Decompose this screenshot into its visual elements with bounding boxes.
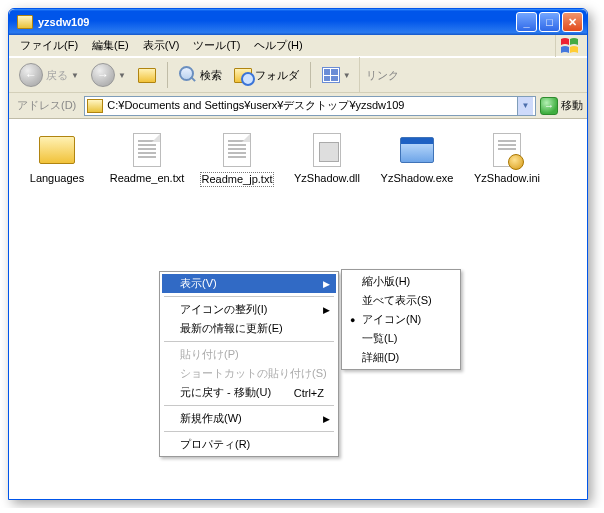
separator — [310, 62, 311, 88]
menubar: ファイル(F) 編集(E) 表示(V) ツール(T) ヘルプ(H) — [9, 35, 587, 57]
menu-help[interactable]: ヘルプ(H) — [247, 35, 309, 56]
menu-file[interactable]: ファイル(F) — [13, 35, 85, 56]
links-pane[interactable]: リンク — [359, 57, 405, 93]
menu-edit[interactable]: 編集(E) — [85, 35, 136, 56]
view-icons[interactable]: ● アイコン(N) — [344, 310, 458, 329]
ctx-new[interactable]: 新規作成(W) ▶ — [162, 409, 336, 428]
menu-tools[interactable]: ツール(T) — [186, 35, 247, 56]
chevron-down-icon: ▼ — [118, 71, 126, 80]
separator — [164, 296, 334, 297]
search-button[interactable]: 検索 — [175, 64, 226, 86]
go-arrow-icon: → — [540, 97, 558, 115]
ctx-properties[interactable]: プロパティ(R) — [162, 435, 336, 454]
submenu-arrow-icon: ▶ — [323, 414, 330, 424]
dll-icon — [307, 131, 347, 169]
txt-icon — [127, 131, 167, 169]
submenu-arrow-icon: ▶ — [323, 305, 330, 315]
ctx-paste-shortcut: ショートカットの貼り付け(S) — [162, 364, 336, 383]
address-label: アドレス(D) — [13, 98, 80, 113]
views-icon — [322, 67, 340, 83]
view-thumbnails[interactable]: 縮小版(H) — [344, 272, 458, 291]
ctx-arrange[interactable]: アイコンの整列(I) ▶ — [162, 300, 336, 319]
content-area[interactable]: LanguagesReadme_en.txtReadme_jp.txtYzSha… — [9, 119, 587, 499]
search-label: 検索 — [200, 68, 222, 83]
folder-icon — [37, 131, 77, 169]
back-arrow-icon: ← — [19, 63, 43, 87]
ctx-view[interactable]: 表示(V) ▶ — [162, 274, 336, 293]
file-item[interactable]: YzShadow.ini — [469, 131, 545, 185]
address-dropdown[interactable]: ▼ — [517, 97, 533, 115]
maximize-button[interactable]: □ — [539, 12, 560, 32]
view-list[interactable]: 一覧(L) — [344, 329, 458, 348]
minimize-button[interactable]: _ — [516, 12, 537, 32]
file-label: Languages — [30, 172, 84, 185]
separator — [164, 405, 334, 406]
folders-icon — [234, 68, 252, 83]
back-button[interactable]: ← 戻る ▼ — [15, 61, 83, 89]
file-label: YzShadow.ini — [474, 172, 540, 185]
ctx-refresh[interactable]: 最新の情報に更新(E) — [162, 319, 336, 338]
submenu-arrow-icon: ▶ — [323, 279, 330, 289]
windows-flag-icon — [555, 35, 583, 57]
view-details[interactable]: 詳細(D) — [344, 348, 458, 367]
bullet-icon: ● — [350, 315, 355, 325]
ctx-paste: 貼り付け(P) — [162, 345, 336, 364]
folders-label: フォルダ — [255, 68, 299, 83]
txt-icon — [217, 131, 257, 169]
file-label: Readme_jp.txt — [200, 172, 275, 187]
window-title: yzsdw109 — [38, 16, 516, 28]
chevron-down-icon: ▼ — [343, 71, 351, 80]
up-button[interactable] — [134, 66, 160, 85]
menu-view[interactable]: 表示(V) — [136, 35, 187, 56]
file-item[interactable]: YzShadow.exe — [379, 131, 455, 185]
context-menu: 表示(V) ▶ アイコンの整列(I) ▶ 最新の情報に更新(E) 貼り付け(P)… — [159, 271, 339, 457]
separator — [167, 62, 168, 88]
forward-button[interactable]: → ▼ — [87, 61, 130, 89]
titlebar[interactable]: yzsdw109 _ □ ✕ — [9, 9, 587, 35]
file-label: YzShadow.exe — [381, 172, 454, 185]
file-item[interactable]: Readme_en.txt — [109, 131, 185, 185]
file-label: YzShadow.dll — [294, 172, 360, 185]
view-tiles[interactable]: 並べて表示(S) — [344, 291, 458, 310]
file-item[interactable]: Languages — [19, 131, 95, 185]
toolbar: ← 戻る ▼ → ▼ 検索 フォルダ ▼ リンク — [9, 57, 587, 93]
ctx-undo[interactable]: 元に戻す - 移動(U) Ctrl+Z — [162, 383, 336, 402]
forward-arrow-icon: → — [91, 63, 115, 87]
exe-icon — [397, 131, 437, 169]
views-button[interactable]: ▼ — [318, 65, 355, 85]
explorer-window: yzsdw109 _ □ ✕ ファイル(F) 編集(E) 表示(V) ツール(T… — [8, 8, 588, 500]
back-label: 戻る — [46, 68, 68, 83]
separator — [164, 431, 334, 432]
separator — [164, 341, 334, 342]
go-label: 移動 — [561, 98, 583, 113]
ini-icon — [487, 131, 527, 169]
folder-icon — [17, 15, 33, 29]
file-label: Readme_en.txt — [110, 172, 185, 185]
shortcut-label: Ctrl+Z — [294, 387, 324, 399]
address-bar: アドレス(D) ▼ → 移動 — [9, 93, 587, 119]
file-item[interactable]: YzShadow.dll — [289, 131, 365, 185]
go-button[interactable]: → 移動 — [540, 97, 583, 115]
address-input[interactable] — [107, 100, 517, 112]
search-icon — [179, 66, 197, 84]
view-submenu: 縮小版(H) 並べて表示(S) ● アイコン(N) 一覧(L) 詳細(D) — [341, 269, 461, 370]
folder-icon — [87, 99, 103, 113]
address-field[interactable]: ▼ — [84, 96, 536, 116]
chevron-down-icon: ▼ — [71, 71, 79, 80]
folder-up-icon — [138, 68, 156, 83]
folders-button[interactable]: フォルダ — [230, 66, 303, 85]
close-button[interactable]: ✕ — [562, 12, 583, 32]
file-item[interactable]: Readme_jp.txt — [199, 131, 275, 187]
